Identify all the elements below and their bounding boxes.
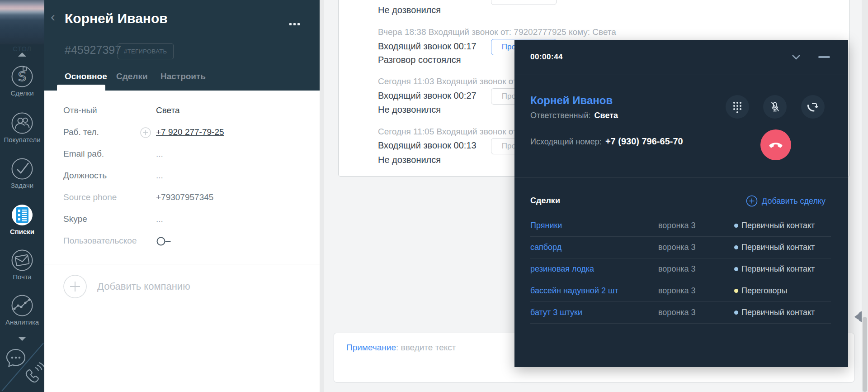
divider: [514, 177, 848, 178]
contact-panel-header: ‹ Корней Иванов #45927397 #ТЕГИРОВАТЬ Ос…: [44, 0, 320, 91]
hangup-icon: [767, 136, 784, 153]
deal-row: Пряники воронка 3 Первичный контакт: [530, 215, 831, 237]
call-result: Не дозвонился: [378, 5, 441, 15]
outgoing-number: +7 (930) 796-65-70: [605, 136, 683, 146]
field-label-source-phone: Source phone: [63, 192, 117, 202]
field-label-skype: Skype: [63, 214, 87, 224]
tag-button[interactable]: #ТЕГИРОВАТЬ: [118, 43, 174, 59]
sidebar-item-analytics[interactable]: Аналитика: [0, 294, 44, 326]
transfer-call-button[interactable]: [801, 95, 825, 119]
svg-text:S: S: [18, 69, 26, 84]
support-phone-icon[interactable]: [26, 363, 44, 382]
field-label-work-email: Email раб.: [63, 149, 104, 159]
deal-name-link[interactable]: бассейн надувной 2 шт: [530, 280, 618, 301]
chevron-down-icon[interactable]: [790, 51, 802, 63]
sidebar-item-buyers[interactable]: Покупатели: [0, 112, 44, 143]
outgoing-number-row: Исходящий номер:+7 (930) 796-65-70: [530, 136, 683, 147]
add-phone-icon[interactable]: [140, 127, 151, 138]
scroll-down-arrow-icon[interactable]: [18, 337, 26, 341]
deal-name-link[interactable]: Пряники: [530, 215, 562, 236]
deal-row: батут 3 штуки воронка 3 Первичный контак…: [530, 301, 831, 324]
field-value-source-phone[interactable]: +79307957345: [156, 192, 213, 202]
call-widget: 00:00:44 Корней Иванов Ответственный:Све…: [514, 40, 848, 367]
add-deal-label: Добавить сделку: [762, 196, 826, 206]
mute-microphone-icon: [768, 100, 782, 114]
minimize-icon[interactable]: [818, 56, 830, 58]
field-value-responsible[interactable]: Света: [156, 105, 180, 115]
active-tab-indicator: [57, 85, 105, 91]
sidebar-item-label: Списки: [0, 228, 44, 235]
deal-name-link[interactable]: сапборд: [530, 236, 561, 258]
deal-status-dot: [734, 289, 738, 293]
deal-pipeline: воронка 3: [658, 280, 696, 301]
work-phone-link[interactable]: +7 920 277-79-25: [156, 127, 224, 137]
custom-field-toggle[interactable]: [156, 236, 174, 247]
sidebar-item-label: Задачи: [0, 182, 44, 189]
field-label-responsible: Отв-ный: [63, 105, 97, 115]
deal-status: Первичный контакт: [741, 236, 815, 258]
page-scrollbar-thumb[interactable]: [863, 317, 867, 392]
workspace-photo: [0, 0, 44, 44]
support-chat-icon[interactable]: [7, 349, 25, 367]
sidebar-item-deals[interactable]: S Сделки: [0, 65, 44, 97]
add-company-icon[interactable]: [63, 275, 87, 298]
outgoing-label: Исходящий номер:: [530, 137, 602, 146]
deal-status-dot: [734, 267, 738, 271]
more-options-icon[interactable]: [288, 19, 301, 27]
analytics-icon: [11, 294, 33, 317]
field-label-position: Должность: [63, 171, 107, 181]
deal-row: резиновая лодка воронка 3 Первичный конт…: [530, 258, 831, 280]
transfer-call-icon: [806, 100, 820, 114]
contact-id: #45927397: [65, 43, 121, 57]
back-chevron-icon[interactable]: ‹: [51, 10, 55, 24]
tab-main[interactable]: Основное: [65, 72, 107, 81]
deal-name-link[interactable]: резиновая лодка: [530, 258, 594, 280]
add-company-button[interactable]: Добавить компанию: [97, 281, 190, 292]
deal-pipeline: воронка 3: [658, 301, 696, 323]
responsible-value: Света: [594, 111, 618, 120]
deal-status: Первичный контакт: [741, 215, 815, 236]
field-label-work-phone: Раб. тел.: [63, 127, 99, 137]
dialpad-icon: [731, 100, 743, 114]
widget-contact-name[interactable]: Корней Иванов: [530, 94, 613, 107]
deal-status: Первичный контакт: [741, 301, 815, 323]
note-type-link[interactable]: Примечание: [346, 343, 396, 352]
deals-icon: S: [11, 65, 33, 88]
hangup-button[interactable]: [760, 129, 791, 160]
sidebar-item-mail[interactable]: Почта: [0, 249, 44, 281]
sidebar-item-tasks[interactable]: Задачи: [0, 158, 44, 189]
responsible-label: Ответственный:: [530, 111, 591, 120]
left-sidebar: СТОЛ S Сделки Покупатели Задачи: [0, 0, 44, 392]
sidebar-item-desk-label[interactable]: СТОЛ: [0, 45, 44, 53]
divider: [44, 308, 320, 308]
tab-setup[interactable]: Настроить: [160, 72, 206, 81]
sidebar-item-label: Почта: [0, 273, 44, 281]
deal-status-dot: [734, 311, 738, 315]
call-title: Входящий звонок 00:13: [378, 140, 476, 151]
add-deal-button[interactable]: Добавить сделку: [746, 195, 826, 207]
note-line: Примечание: введите текст: [346, 343, 456, 353]
deal-status: Первичный контакт: [741, 258, 815, 280]
field-value-skype[interactable]: ...: [156, 214, 163, 224]
sidebar-item-label: Покупатели: [0, 136, 44, 143]
sidebar-item-lists[interactable]: Списки: [0, 204, 44, 235]
listen-button-cut[interactable]: [491, 0, 557, 5]
support-corner: [0, 342, 44, 392]
call-result: Разговор состоялся: [378, 55, 461, 65]
field-value-position[interactable]: ...: [156, 171, 163, 181]
scroll-up-arrow-icon[interactable]: [18, 53, 26, 57]
deals-section-title: Сделки: [530, 196, 560, 206]
call-timer: 00:00:44: [530, 53, 563, 62]
sidebar-item-label: Сделки: [0, 89, 44, 97]
mute-button[interactable]: [763, 95, 787, 119]
panel-scrollbar-track[interactable]: [320, 0, 324, 392]
field-value-work-email[interactable]: ...: [156, 149, 163, 159]
responsible-row: Ответственный:Света: [530, 111, 618, 120]
deal-name-link[interactable]: батут 3 штуки: [530, 301, 582, 323]
tab-deals[interactable]: Сделки: [116, 72, 148, 81]
divider: [514, 75, 848, 75]
deal-status-dot: [734, 245, 738, 249]
call-result: Не дозвонился: [378, 155, 441, 165]
dialpad-button[interactable]: [726, 95, 749, 119]
call-meta: Сегодня 11:03 Входящий звонок от:: [378, 76, 519, 86]
